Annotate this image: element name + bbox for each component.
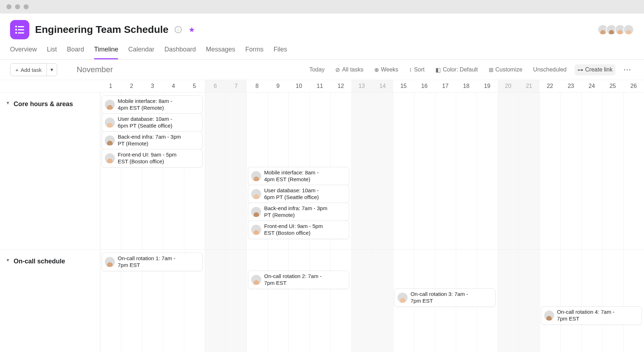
section-header[interactable]: ▼ Core hours & areas	[0, 93, 100, 249]
task-card[interactable]: On-call rotation 4: 7am - 7pm EST	[541, 306, 642, 325]
customize-icon: ⊞	[489, 66, 493, 73]
task-title: Front-end UI: 9am - 5pm EST (Boston offi…	[264, 223, 328, 237]
unscheduled-button[interactable]: Unscheduled	[530, 64, 569, 75]
task-card[interactable]: Front-end UI: 9am - 5pm EST (Boston offi…	[102, 149, 203, 168]
assignee-avatar	[251, 207, 261, 217]
weeks-label: Weeks	[381, 66, 399, 73]
day-header: 24	[581, 80, 602, 92]
zoom-weeks[interactable]: ⊕Weeks	[371, 64, 401, 75]
tab-messages[interactable]: Messages	[206, 46, 235, 59]
window-close-dot[interactable]	[6, 4, 11, 9]
more-menu-button[interactable]: ⋯	[620, 64, 634, 76]
task-card[interactable]: On-call rotation 2: 7am - 7pm EST	[248, 271, 349, 289]
day-header: 1	[100, 80, 121, 92]
day-header: 4	[163, 80, 184, 92]
timeline-sections: ▼ Core hours & areas Mobile interface: 8…	[0, 93, 644, 352]
day-header: 10	[288, 80, 309, 92]
task-card[interactable]: On-call rotation 1: 7am - 7pm EST	[102, 253, 203, 271]
section-oncall: ▼ On-call schedule On-call rotation 1: 7…	[0, 250, 644, 352]
task-title: Back-end infra: 7am - 3pm PT (Remote)	[118, 134, 182, 147]
tab-dashboard[interactable]: Dashboard	[164, 46, 196, 59]
task-card[interactable]: Mobile interface: 8am - 4pm EST (Remote)	[102, 95, 203, 114]
tab-files[interactable]: Files	[274, 46, 287, 59]
task-card[interactable]: User database: 10am - 6pm PT (Seattle of…	[102, 113, 203, 132]
sort-button[interactable]: ↕Sort	[406, 64, 427, 75]
day-header: 22	[540, 80, 560, 92]
svg-point-0	[15, 26, 17, 28]
tab-timeline[interactable]: Timeline	[94, 46, 118, 59]
section-core-hours: ▼ Core hours & areas Mobile interface: 8…	[0, 93, 644, 250]
project-header: Engineering Team Schedule i ★	[0, 14, 644, 39]
task-title: On-call rotation 1: 7am - 7pm EST	[118, 255, 182, 269]
day-header: 11	[309, 80, 330, 92]
assignee-avatar	[251, 225, 261, 235]
svg-rect-3	[18, 29, 24, 30]
nav-tabs: OverviewListBoardTimelineCalendarDashboa…	[0, 39, 644, 60]
star-button[interactable]: ★	[188, 26, 196, 34]
customize-button[interactable]: ⊞Customize	[486, 64, 526, 75]
section-header[interactable]: ▼ On-call schedule	[0, 250, 100, 352]
add-task-button[interactable]: +Add task	[10, 64, 47, 76]
add-task-dropdown[interactable]: ▾	[47, 64, 57, 76]
month-label: November	[77, 65, 113, 74]
assignee-avatar	[251, 171, 261, 181]
assignee-avatar	[105, 153, 115, 163]
tab-board[interactable]: Board	[67, 46, 84, 59]
toolbar: +Add task ▾ November Today ⊘All tasks ⊕W…	[0, 60, 644, 80]
section-tasks[interactable]: Mobile interface: 8am - 4pm EST (Remote)…	[100, 93, 644, 249]
day-header: 8	[247, 80, 267, 92]
member-avatars[interactable]	[600, 24, 634, 35]
color-icon: ◧	[435, 66, 441, 73]
tab-calendar[interactable]: Calendar	[128, 46, 154, 59]
day-header: 12	[330, 80, 351, 92]
all-tasks-label: All tasks	[342, 66, 364, 73]
color-button[interactable]: ◧Color: Default	[433, 64, 481, 75]
info-icon: i	[175, 26, 182, 33]
chevron-down-icon: ▾	[50, 66, 53, 73]
info-button[interactable]: i	[174, 26, 182, 34]
day-header: 23	[560, 80, 581, 92]
day-header: 16	[414, 80, 435, 92]
svg-point-2	[15, 29, 17, 31]
assignee-avatar	[251, 275, 261, 285]
day-header: 2	[121, 80, 142, 92]
task-card[interactable]: Back-end infra: 7am - 3pm PT (Remote)	[102, 131, 203, 150]
tab-forms[interactable]: Forms	[245, 46, 264, 59]
day-header: 7	[226, 80, 247, 92]
tab-overview[interactable]: Overview	[10, 46, 37, 59]
task-title: Front-end UI: 9am - 5pm EST (Boston offi…	[118, 152, 182, 165]
day-header: 20	[498, 80, 518, 92]
sort-icon: ↕	[409, 66, 412, 73]
task-card[interactable]: User database: 10am - 6pm PT (Seattle of…	[248, 185, 349, 203]
task-title: On-call rotation 2: 7am - 7pm EST	[264, 273, 328, 287]
task-card[interactable]: Back-end infra: 7am - 3pm PT (Remote)	[248, 203, 349, 221]
customize-label: Customize	[496, 66, 523, 73]
task-title: Mobile interface: 8am - 4pm EST (Remote)	[264, 169, 328, 183]
collapse-icon: ▼	[6, 258, 10, 263]
assignee-avatar	[105, 100, 115, 110]
window-min-dot[interactable]	[15, 4, 20, 9]
assignee-avatar	[544, 311, 554, 321]
window-max-dot[interactable]	[24, 4, 29, 9]
add-task-label: Add task	[21, 67, 42, 73]
date-header-row: 1234567891011121314151617181920212223242…	[0, 80, 644, 93]
check-circle-icon: ⊘	[335, 66, 340, 73]
task-title: User database: 10am - 6pm PT (Seattle of…	[264, 187, 328, 201]
sort-label: Sort	[414, 66, 424, 73]
task-title: Back-end infra: 7am - 3pm PT (Remote)	[264, 205, 328, 219]
today-button[interactable]: Today	[306, 64, 327, 75]
all-tasks-filter[interactable]: ⊘All tasks	[332, 64, 366, 75]
task-card[interactable]: Front-end UI: 9am - 5pm EST (Boston offi…	[248, 220, 349, 239]
day-header: 21	[518, 80, 539, 92]
project-icon	[10, 20, 29, 39]
day-header: 5	[184, 80, 205, 92]
task-card[interactable]: Mobile interface: 8am - 4pm EST (Remote)	[248, 167, 349, 185]
task-title: On-call rotation 4: 7am - 7pm EST	[557, 309, 621, 322]
section-name: Core hours & areas	[14, 100, 73, 108]
tab-list[interactable]: List	[47, 46, 57, 59]
create-link-button[interactable]: ⊶Create link	[575, 64, 615, 75]
day-header: 15	[393, 80, 414, 92]
day-header: 25	[602, 80, 623, 92]
task-card[interactable]: On-call rotation 3: 7am - 7pm EST	[394, 288, 495, 307]
section-tasks[interactable]: On-call rotation 1: 7am - 7pm ESTOn-call…	[100, 250, 644, 352]
